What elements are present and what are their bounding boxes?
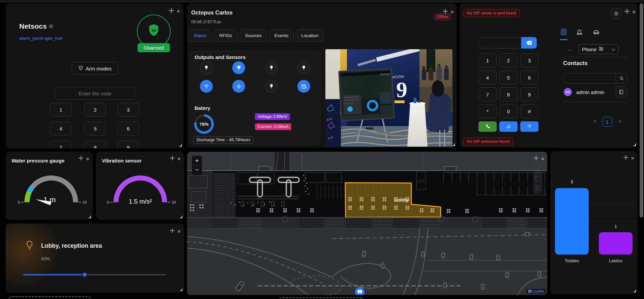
alarm-panel: × Netsocs alarm_panel.ajax_hub Disarmed … [6,3,183,148]
move-icon[interactable] [624,9,630,15]
dial-key-0[interactable]: 0 [499,104,518,118]
bar-totales[interactable] [555,188,589,255]
tab-rfids[interactable]: RFIDs [214,29,237,42]
output-bulb-on[interactable] [232,61,245,74]
keypad-3[interactable]: 3 [117,103,139,117]
move-icon[interactable] [170,156,175,162]
zoom-control: + − [192,156,202,175]
zoom-in-button[interactable]: + [192,156,202,166]
dial-key-3[interactable]: 3 [520,53,538,67]
move-icon[interactable] [170,228,175,234]
resize-handle[interactable] [180,289,182,291]
camera-snapshot[interactable]: K-9K-9 RACIÓN 9 [325,49,452,147]
close-icon[interactable]: × [450,10,454,14]
close-icon[interactable]: × [632,10,636,14]
keypad-2[interactable]: 2 [84,103,106,117]
outputs-title: Outputs and Sensors [195,54,246,60]
keypad-4[interactable]: 4 [50,122,72,136]
tab-vehicle-icon[interactable] [593,28,600,37]
arm-modes-button[interactable]: Arm modes [72,62,118,75]
map-panel: Lobby [187,152,547,295]
dial-key-star[interactable]: * [478,104,497,118]
tab-sources[interactable]: Sources [240,29,267,42]
svg-text:0: 0 [107,200,109,204]
keypad-9[interactable]: 9 [117,141,139,148]
widget-stub [279,297,364,299]
close-icon[interactable]: × [631,156,634,160]
move-icon[interactable] [169,8,174,14]
rfid-button[interactable] [297,80,310,93]
close-icon[interactable]: × [177,229,181,234]
contact-book-button[interactable] [616,86,627,98]
tab-alarm-icon[interactable] [576,28,583,37]
svg-text:10: 10 [83,200,87,204]
arm-modes-label: Arm modes [86,66,112,71]
output-bulb-4[interactable] [265,80,278,93]
dial-key-6[interactable]: 6 [520,70,538,85]
backspace-button[interactable] [521,37,537,49]
wifi-button[interactable] [200,80,213,93]
close-icon[interactable]: × [177,157,181,161]
page-number[interactable]: 1 [602,117,612,127]
tab-contacts-icon[interactable] [560,28,567,37]
close-icon[interactable]: × [177,9,180,13]
resize-handle[interactable] [452,144,455,146]
move-icon[interactable] [534,156,538,162]
transfer-button[interactable] [499,121,518,132]
contact-name[interactable]: admin admin [576,90,604,95]
brightness-slider[interactable] [23,274,166,275]
map-attribution: Leaflet [526,289,546,294]
zoom-out-button[interactable]: − [192,166,202,175]
tab-location[interactable]: Location [296,29,324,42]
sip-settings-button[interactable] [611,8,621,19]
keypad-7[interactable]: 7 [50,141,72,148]
dial-key-7[interactable]: 7 [478,87,497,101]
svg-text:1.5 m/s²: 1.5 m/s² [129,198,152,205]
contact-search[interactable] [563,73,627,84]
leaflet-link[interactable]: Leaflet [533,289,544,293]
dial-key-8[interactable]: 8 [499,87,518,101]
dial-key-5[interactable]: 5 [499,70,518,85]
dial-key-2[interactable]: 2 [499,53,518,67]
call-button[interactable] [478,121,497,132]
keypad-1[interactable]: 1 [50,103,72,117]
battery-percent: 78% [199,122,208,127]
dial-key-4[interactable]: 4 [478,70,497,85]
page-prev[interactable]: < [593,119,596,124]
resize-handle[interactable] [180,216,182,218]
output-bulb-2[interactable] [265,61,278,74]
dial-key-9[interactable]: 9 [520,87,538,101]
page-next[interactable]: > [618,119,621,124]
dial-input[interactable] [478,37,521,49]
device-type-select[interactable]: Phone [579,44,619,54]
dial-key-1[interactable]: 1 [478,53,497,67]
move-icon[interactable] [79,156,83,162]
light-bulb-icon[interactable] [25,240,34,253]
code-input[interactable] [55,87,135,100]
resize-handle[interactable] [179,144,182,147]
tab-status[interactable]: Status [188,29,212,42]
scrollbar-thumb[interactable] [640,3,643,217]
close-icon[interactable]: × [541,157,545,161]
resize-handle[interactable] [634,144,636,146]
more-options[interactable]: … [567,46,573,52]
slider-handle[interactable] [82,272,87,277]
move-icon[interactable] [623,155,628,161]
tab-events[interactable]: Events [269,29,294,42]
move-icon[interactable] [443,9,448,15]
gear-icon[interactable] [48,24,54,30]
close-icon[interactable]: × [86,157,89,161]
keypad-5[interactable]: 5 [84,122,106,136]
dial-key-hash[interactable]: # [520,104,538,118]
keypad-8[interactable]: 8 [84,141,106,148]
output-bulb-3[interactable] [297,61,310,74]
resize-handle[interactable] [89,216,91,218]
antenna-button[interactable] [520,121,538,132]
bar-leidos[interactable] [599,232,633,255]
gps-button[interactable] [232,80,245,93]
entity-link[interactable]: alarm_panel.ajax_hub [19,36,62,41]
output-bulb-1[interactable] [200,61,213,74]
resize-handle[interactable] [634,290,636,292]
search-button[interactable] [616,73,627,83]
keypad-6[interactable]: 6 [117,122,139,136]
